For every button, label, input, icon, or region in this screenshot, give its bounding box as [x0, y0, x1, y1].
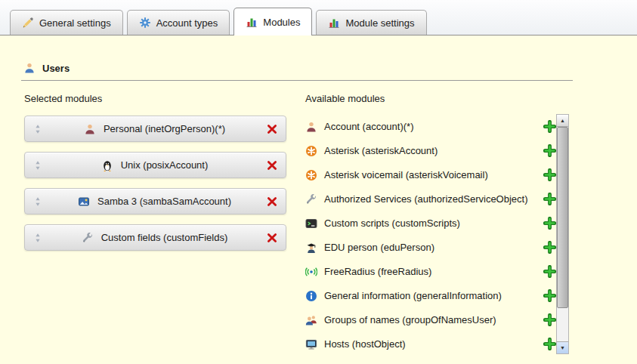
drag-handle[interactable] — [32, 124, 46, 134]
available-module-row-freeradius: FreeRadius (freeRadius) — [305, 259, 556, 283]
section-divider — [21, 80, 573, 81]
up-down-arrows-icon — [32, 124, 43, 134]
available-modules-list: Account (account)(*) Asterisk (asteriskA… — [305, 114, 556, 356]
tab-general-settings[interactable]: General settings — [10, 10, 123, 35]
available-module-row-general-information: General information (generalInformation) — [305, 283, 556, 307]
available-module-row-authorized-services: Authorized Services (authorizedServiceOb… — [305, 187, 556, 211]
scrollbar-thumb[interactable] — [557, 127, 568, 308]
remove-module-button[interactable] — [263, 232, 278, 244]
module-entry: Custom fields (customFields) — [46, 232, 263, 244]
section-heading: Users — [23, 62, 70, 74]
add-module-button[interactable] — [543, 289, 556, 302]
section-title: Users — [42, 63, 70, 74]
tools-icon — [305, 193, 317, 205]
selected-module-row-unix[interactable]: Unix (posixAccount) — [24, 152, 286, 178]
tab-account-types[interactable]: Account types — [127, 10, 230, 35]
info-icon — [305, 290, 317, 302]
available-modules-panel: Available modules Account (account)(*) A… — [305, 93, 571, 356]
add-module-button[interactable] — [543, 313, 556, 326]
drag-handle[interactable] — [32, 196, 46, 207]
drag-handle[interactable] — [32, 233, 46, 243]
module-label: Hosts (hostObject) — [317, 338, 543, 350]
add-module-button[interactable] — [543, 338, 556, 350]
tab-module-settings[interactable]: Module settings — [316, 10, 426, 35]
module-label: EDU person (eduPerson) — [317, 242, 543, 253]
person-icon — [305, 121, 317, 133]
red-cross-icon — [266, 123, 278, 135]
lam-configuration-window: General settings Account types Modules M… — [0, 0, 637, 364]
green-plus-icon — [543, 265, 556, 278]
module-label: FreeRadius (freeRadius) — [317, 266, 543, 277]
add-module-button[interactable] — [543, 144, 556, 157]
remove-module-button[interactable] — [263, 159, 278, 171]
tab-label: General settings — [39, 17, 111, 29]
drag-handle[interactable] — [32, 160, 46, 171]
module-label: Custom fields (customFields) — [101, 232, 228, 243]
remove-module-button[interactable] — [263, 196, 278, 208]
module-label: Groups of names (groupOfNamesUser) — [317, 314, 543, 325]
selected-module-row-personal[interactable]: Personal (inetOrgPerson)(*) — [24, 116, 286, 142]
available-module-row-asterisk-voicemail: Asterisk voicemail (asteriskVoicemail) — [305, 162, 556, 187]
module-label: Asterisk voicemail (asteriskVoicemail) — [317, 169, 543, 180]
tab-label: Modules — [263, 17, 300, 28]
green-plus-icon — [543, 241, 556, 254]
green-plus-icon — [543, 193, 556, 205]
tab-modules[interactable]: Modules — [233, 8, 312, 35]
available-module-row-groups-of-names: Groups of names (groupOfNamesUser) — [305, 307, 556, 332]
available-module-row-edu-person: EDU person (eduPerson) — [305, 235, 556, 259]
selected-modules-panel: Selected modules Personal (inetOrgPerson… — [24, 93, 286, 261]
user-icon — [23, 62, 36, 74]
tab-label: Module settings — [345, 17, 414, 29]
green-plus-icon — [543, 289, 556, 302]
scrollbar-track[interactable] — [557, 308, 568, 341]
available-module-row-asterisk: Asterisk (asteriskAccount) — [305, 138, 556, 162]
module-label: Unix (posixAccount) — [121, 159, 209, 171]
module-entry: Unix (posixAccount) — [46, 159, 263, 171]
green-plus-icon — [543, 313, 556, 326]
green-plus-icon — [543, 120, 556, 133]
module-entry: Personal (inetOrgPerson)(*) — [46, 123, 263, 135]
add-module-button[interactable] — [543, 168, 556, 181]
selected-module-row-custom-fields[interactable]: Custom fields (customFields) — [24, 224, 286, 251]
available-module-row-hosts: Hosts (hostObject) — [305, 332, 556, 356]
monitor-icon — [305, 338, 317, 350]
remove-module-button[interactable] — [263, 123, 278, 135]
module-label: Account (account)(*) — [317, 121, 543, 132]
down-arrow-icon: ▼ — [560, 345, 565, 350]
module-label: General information (generalInformation) — [317, 290, 543, 301]
module-label: Samba 3 (sambaSamAccount) — [97, 196, 231, 207]
module-label: Personal (inetOrgPerson)(*) — [104, 123, 225, 134]
add-module-button[interactable] — [543, 120, 556, 133]
red-cross-icon — [266, 196, 278, 208]
group-icon — [305, 314, 317, 326]
add-module-button[interactable] — [543, 241, 556, 254]
scrollbar-up-button[interactable]: ▲ — [557, 115, 568, 127]
scrollbar[interactable]: ▲ ▼ — [556, 114, 569, 354]
add-module-button[interactable] — [543, 217, 556, 230]
pencil-wrench-icon — [22, 17, 34, 29]
asterisk-icon — [305, 145, 317, 157]
module-label: Asterisk (asteriskAccount) — [317, 145, 543, 156]
tab-label: Account types — [156, 17, 218, 29]
available-modules-heading: Available modules — [305, 93, 571, 104]
green-plus-icon — [543, 168, 556, 181]
gear-icon — [139, 17, 151, 29]
selected-module-row-samba[interactable]: Samba 3 (sambaSamAccount) — [24, 188, 286, 214]
red-cross-icon — [266, 232, 278, 244]
add-module-button[interactable] — [543, 193, 556, 205]
add-module-button[interactable] — [543, 265, 556, 278]
module-label: Authorized Services (authorizedServiceOb… — [317, 193, 543, 205]
samba-icon — [78, 196, 90, 208]
scrollbar-down-button[interactable]: ▼ — [557, 341, 568, 353]
available-module-row-custom-scripts: Custom scripts (customScripts) — [305, 211, 556, 235]
bar-chart-icon — [246, 16, 258, 28]
terminal-icon — [305, 217, 317, 230]
green-plus-icon — [543, 338, 556, 350]
module-label: Custom scripts (customScripts) — [317, 217, 543, 229]
bar-chart-icon — [328, 17, 340, 29]
up-down-arrows-icon — [32, 233, 43, 243]
up-down-arrows-icon — [32, 160, 43, 171]
radio-signal-icon — [305, 266, 317, 278]
graduate-icon — [305, 242, 317, 254]
asterisk-icon — [305, 169, 317, 181]
